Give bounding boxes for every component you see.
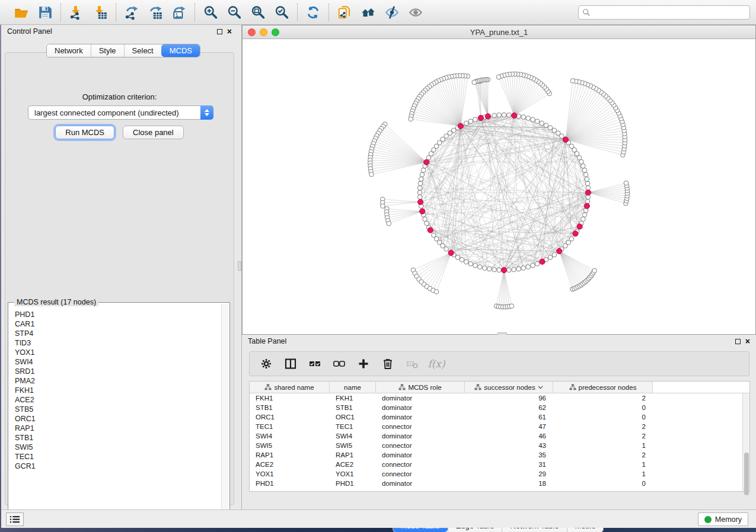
export-image-button[interactable] — [169, 3, 189, 22]
table-cell[interactable]: 47 — [465, 423, 553, 430]
mcds-hub-node[interactable] — [428, 227, 433, 233]
table-cell[interactable]: PHD1 — [330, 480, 376, 487]
satellite-node[interactable] — [624, 181, 629, 185]
save-session-button[interactable] — [35, 3, 55, 22]
table-row[interactable]: ORC1ORC1dominator610 — [250, 412, 742, 422]
mcds-hub-node[interactable] — [478, 116, 483, 121]
table-row[interactable]: FKH1FKH1dominator962 — [250, 393, 742, 403]
close-window-icon[interactable]: × — [227, 28, 232, 34]
table-row[interactable]: YOX1YOX1connector291 — [250, 469, 742, 479]
mcds-result-item[interactable]: SRD1 — [15, 367, 221, 376]
table-cell[interactable]: ACE2 — [330, 461, 376, 468]
network-node[interactable] — [548, 126, 553, 130]
mcds-hub-node[interactable] — [458, 123, 463, 129]
show-all-button[interactable] — [406, 3, 426, 22]
network-window-titlebar[interactable]: YPA_prune.txt_1 — [243, 25, 755, 39]
mcds-result-item[interactable]: SWI5 — [15, 443, 221, 452]
zoom-fit-button[interactable] — [248, 3, 268, 22]
table-cell[interactable]: dominator — [376, 395, 465, 402]
network-node[interactable] — [423, 217, 428, 222]
tab-mcds[interactable]: MCDS — [161, 44, 200, 57]
table-cell[interactable]: FKH1 — [250, 395, 330, 402]
table-cell[interactable]: TEC1 — [330, 423, 376, 430]
table-cell[interactable]: dominator — [376, 404, 465, 411]
vertical-splitter[interactable] — [238, 25, 242, 509]
table-cell[interactable]: connector — [376, 423, 465, 430]
table-cell[interactable]: dominator — [376, 480, 465, 487]
network-node[interactable] — [552, 252, 557, 257]
mcds-result-item[interactable]: GCR1 — [15, 462, 221, 471]
table-cell[interactable]: dominator — [376, 451, 465, 459]
table-cell[interactable]: 46 — [465, 432, 553, 440]
network-node[interactable] — [473, 117, 478, 122]
mcds-result-item[interactable]: STP4 — [15, 329, 221, 338]
search-box[interactable] — [578, 5, 750, 20]
mcds-result-item[interactable]: PHD1 — [15, 310, 221, 319]
network-node[interactable] — [531, 263, 535, 268]
mcds-hub-node[interactable] — [424, 159, 429, 165]
mcds-result-item[interactable]: YOX1 — [15, 348, 221, 357]
network-node[interactable] — [455, 255, 460, 260]
hide-selected-button[interactable] — [382, 3, 402, 22]
network-node[interactable] — [569, 236, 574, 241]
delete-rows-button[interactable] — [379, 355, 396, 372]
table-cell[interactable]: ORC1 — [330, 414, 376, 421]
column-header-successor-nodes[interactable]: successor nodes — [465, 382, 553, 393]
table-scrollbar[interactable] — [742, 393, 749, 491]
tab-style[interactable]: Style — [91, 44, 124, 57]
table-cell[interactable]: PHD1 — [250, 480, 330, 487]
satellite-node[interactable] — [496, 75, 501, 79]
table-cell[interactable]: 0 — [553, 480, 653, 487]
network-node[interactable] — [417, 195, 422, 200]
table-cell[interactable]: 61 — [465, 414, 553, 421]
network-node[interactable] — [497, 113, 502, 117]
network-node[interactable] — [516, 267, 521, 271]
close-window-icon[interactable]: × — [745, 338, 750, 344]
table-cell[interactable]: STB1 — [250, 404, 330, 411]
run-mcds-button[interactable]: Run MCDS — [55, 126, 114, 139]
open-file-button[interactable] — [11, 3, 31, 22]
mcds-result-item[interactable]: ORC1 — [15, 414, 221, 424]
table-cell[interactable]: 31 — [465, 461, 553, 468]
table-row[interactable]: PHD1PHD1dominator180 — [250, 479, 742, 488]
network-canvas[interactable] — [243, 39, 755, 334]
mcds-result-item[interactable]: PMA2 — [15, 376, 221, 386]
table-row[interactable]: TEC1TEC1connector472 — [250, 422, 742, 431]
column-header-name[interactable]: name — [330, 382, 376, 393]
mcds-result-item[interactable]: SWI4 — [15, 357, 221, 367]
table-cell[interactable]: dominator — [376, 414, 465, 421]
mcds-result-item[interactable]: TEC1 — [15, 452, 221, 462]
satellite-node[interactable] — [434, 290, 439, 294]
network-node[interactable] — [478, 265, 483, 270]
table-cell[interactable]: 0 — [553, 404, 653, 411]
clone-network-button[interactable] — [334, 3, 355, 22]
table-cell[interactable]: 2 — [553, 432, 653, 440]
table-cell[interactable]: 1 — [553, 442, 653, 449]
network-node[interactable] — [531, 117, 535, 122]
network-node[interactable] — [552, 128, 557, 133]
table-cell[interactable]: ACE2 — [250, 461, 330, 468]
network-node[interactable] — [473, 263, 478, 268]
satellite-node[interactable] — [381, 204, 385, 209]
network-node[interactable] — [521, 115, 526, 120]
table-cell[interactable]: TEC1 — [250, 423, 330, 430]
table-cell[interactable]: 1 — [553, 470, 653, 477]
first-neighbors-button[interactable] — [358, 3, 378, 22]
network-node[interactable] — [419, 177, 423, 182]
mcds-hub-node[interactable] — [512, 113, 517, 118]
criterion-dropdown[interactable]: largest connected component (undirected) — [28, 105, 213, 120]
network-node[interactable] — [468, 119, 473, 124]
mcds-result-item[interactable]: RAP1 — [15, 424, 221, 433]
network-node[interactable] — [526, 116, 531, 121]
mcds-result-item[interactable]: CAR1 — [15, 319, 221, 329]
network-node[interactable] — [540, 121, 544, 126]
float-window-icon[interactable] — [217, 29, 222, 34]
network-node[interactable] — [582, 168, 587, 173]
network-node[interactable] — [526, 265, 531, 270]
network-node[interactable] — [535, 119, 540, 124]
satellite-node[interactable] — [472, 80, 477, 85]
table-cell[interactable]: RAP1 — [250, 451, 330, 459]
network-node[interactable] — [507, 268, 512, 273]
table-cell[interactable]: 62 — [465, 404, 553, 411]
network-node[interactable] — [420, 172, 425, 177]
